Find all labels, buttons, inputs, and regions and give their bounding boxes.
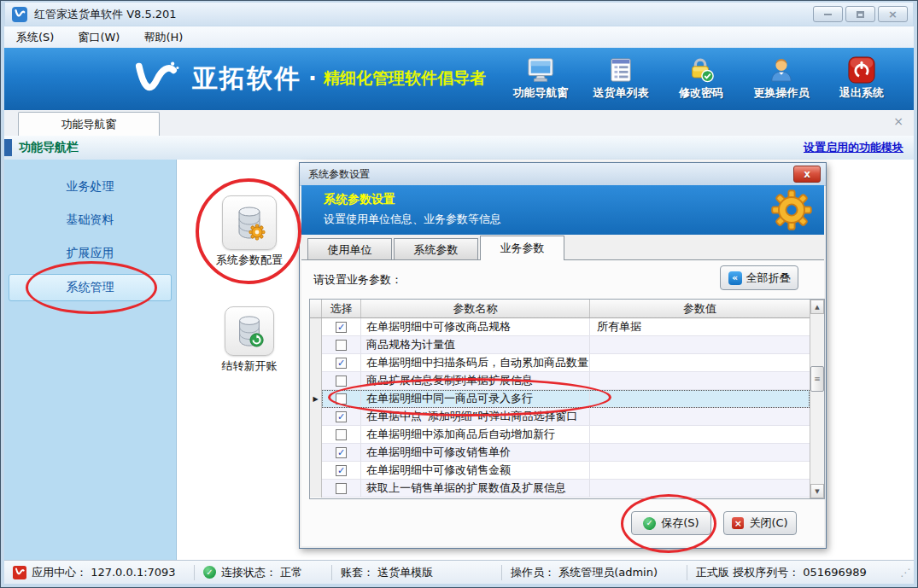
collapse-all-button[interactable]: « 全部折叠 <box>720 265 798 290</box>
arrow-down-icon: ▼ <box>815 488 819 495</box>
status-connection: ✓ 连接状态： 正常 <box>195 565 332 580</box>
sidebar-item-system-management[interactable]: 系统管理 <box>9 274 172 301</box>
brand-dot: · <box>308 66 317 91</box>
toolbar-switch-operator[interactable]: 更换操作员 <box>741 55 822 101</box>
row-selector-cell <box>310 444 322 462</box>
param-row[interactable]: ✓在单据明细中可修改销售金额 <box>310 462 810 480</box>
param-row[interactable]: ▶在单据明细中同一商品可录入多行 <box>310 390 810 408</box>
close-icon: × <box>888 9 898 20</box>
checkbox-checked[interactable]: ✓ <box>336 322 347 333</box>
checkbox-checked[interactable]: ✓ <box>336 447 347 458</box>
params-table-header: 选择 参数名称 参数值 <box>310 300 810 318</box>
tab-business-params[interactable]: 业务参数 <box>480 236 564 260</box>
toolbar-delivery-list[interactable]: 送货单列表 <box>581 55 661 101</box>
checkbox-unchecked[interactable] <box>336 483 347 494</box>
sidebar-item-basedata[interactable]: 基础资料 <box>9 207 171 233</box>
status-operator: 操作员： 系统管理员(admin) <box>502 565 687 580</box>
param-row[interactable]: 商品扩展信息复制到单据扩展信息 <box>310 372 810 390</box>
minimize-button[interactable] <box>813 6 843 22</box>
app-window: 红管家送货单软件 V8.5.201 × 系统(S) 窗口(W) 帮助(H) 亚拓… <box>0 0 918 588</box>
sidebar-item-extension[interactable]: 扩展应用 <box>9 241 171 266</box>
menu-help[interactable]: 帮助(H) <box>132 30 195 45</box>
param-value <box>590 426 810 443</box>
yatuo-logo-icon <box>131 58 180 99</box>
toolbar-change-password[interactable]: 修改密码 <box>661 55 741 101</box>
param-value <box>590 408 810 425</box>
param-value <box>590 390 810 407</box>
status-app-center: 应用中心： 127.0.0.1:7093 <box>4 565 195 580</box>
param-row[interactable]: 商品规格为计量值 <box>310 336 810 354</box>
minimize-icon <box>824 14 832 15</box>
list-icon <box>608 55 634 84</box>
operator-icon <box>769 55 794 84</box>
checkbox-unchecked[interactable] <box>336 429 347 440</box>
param-row[interactable]: 获取上一销售单据的扩展数值及扩展信息 <box>310 480 810 498</box>
status-bar: 应用中心： 127.0.0.1:7093 ✓ 连接状态： 正常 账套： 送货单模… <box>4 560 914 584</box>
checkbox-unchecked[interactable] <box>336 393 347 405</box>
row-selector-cell <box>310 408 322 426</box>
col-header-select: 选择 <box>322 300 361 317</box>
param-name: 在单据明细中可修改销售金额 <box>361 462 590 479</box>
brand-area: 亚拓软件 · 精细化管理软件倡导者 <box>131 58 486 99</box>
toolbar-exit-system[interactable]: 退出系统 <box>822 55 902 101</box>
params-table-body: ✓在单据明细中可修改商品规格所有单据商品规格为计量值✓在单据明细中扫描条码后，自… <box>310 318 810 498</box>
app-logo-icon <box>12 7 27 22</box>
param-row[interactable]: ✓在单据明细中可修改商品规格所有单据 <box>310 318 810 336</box>
param-name: 在单据明细中扫描条码后，自动累加商品数量 <box>361 354 590 371</box>
param-name: 商品规格为计量值 <box>361 336 590 353</box>
dialog-close-button[interactable]: x <box>793 166 821 183</box>
dialog-title: 系统参数设置 <box>308 167 370 182</box>
module-settings-link[interactable]: 设置启用的功能模块 <box>804 140 903 155</box>
checkbox-checked[interactable]: ✓ <box>336 411 347 422</box>
dialog-tabs: 使用单位 系统参数 业务参数 <box>307 236 566 260</box>
params-table: 选择 参数名称 参数值 ✓在单据明细中可修改商品规格所有单据商品规格为计量值✓在… <box>309 299 825 499</box>
param-name: 在单据明细中可修改销售单价 <box>361 444 590 461</box>
param-row[interactable]: 在单据明细中添加商品后自动增加新行 <box>310 426 810 444</box>
grip-icon: ≡ <box>814 375 821 383</box>
shortcut-carry-forward[interactable]: 结转新开账 <box>202 306 296 374</box>
toolbar-nav-window[interactable]: 功能导航窗 <box>500 55 581 101</box>
tab-system-params[interactable]: 系统参数 <box>394 238 478 260</box>
tab-company-info[interactable]: 使用单位 <box>307 238 392 260</box>
row-pointer-icon: ▶ <box>310 390 322 408</box>
checkbox-unchecked[interactable] <box>336 376 347 387</box>
param-value <box>590 354 810 371</box>
sidebar-item-business[interactable]: 业务处理 <box>9 174 171 200</box>
tabstrip-close-icon[interactable]: × <box>893 115 903 127</box>
checkbox-checked[interactable]: ✓ <box>336 358 347 369</box>
close-dialog-button[interactable]: × 关闭(C) <box>723 511 797 535</box>
shortcut-system-params[interactable]: 系统参数配置 <box>202 195 296 268</box>
checkbox-unchecked[interactable] <box>336 340 347 351</box>
close-x-icon: × <box>732 517 744 529</box>
checkbox-checked[interactable]: ✓ <box>336 465 347 476</box>
close-button[interactable]: × <box>878 6 908 22</box>
row-selector-cell <box>310 354 322 372</box>
save-button[interactable]: ✓ 保存(S) <box>631 511 711 535</box>
param-row[interactable]: ✓在单据明细中可修改销售单价 <box>310 444 810 462</box>
resize-grip-icon[interactable]: ⋰ <box>900 567 910 579</box>
vertical-scrollbar[interactable]: ▲ ≡ ▼ <box>810 300 824 498</box>
scroll-down-button[interactable]: ▼ <box>810 484 824 498</box>
menu-window[interactable]: 窗口(W) <box>66 30 132 45</box>
dialog-titlebar: 系统参数设置 x <box>300 163 826 186</box>
param-row[interactable]: ✓在单据明细中扫描条码后，自动累加商品数量 <box>310 354 810 372</box>
param-value: 所有单据 <box>590 318 810 335</box>
menu-bar: 系统(S) 窗口(W) 帮助(H) <box>4 26 914 49</box>
param-value <box>590 444 810 461</box>
maximize-button[interactable] <box>845 6 875 22</box>
nav-header: 功能导航栏 设置启用的功能模块 <box>4 136 914 160</box>
scroll-up-button[interactable]: ▲ <box>810 300 824 314</box>
param-row[interactable]: ✓在单据中点“添加明细”时弹出商品选择窗口 <box>310 408 810 426</box>
scrollbar-thumb[interactable]: ≡ <box>810 366 824 392</box>
param-value <box>590 336 810 353</box>
row-selector-cell <box>310 372 322 390</box>
tab-nav-window[interactable]: 功能导航窗 <box>18 112 160 137</box>
check-icon: ✓ <box>643 517 656 530</box>
title-bar: 红管家送货单软件 V8.5.201 × <box>5 3 913 26</box>
business-params-page: 请设置业务参数： « 全部折叠 选择 参数名称 参数值 ✓在单据明细中可修改商品… <box>301 259 824 546</box>
param-value <box>590 372 810 389</box>
menu-system[interactable]: 系统(S) <box>4 30 66 45</box>
database-gear-icon <box>232 204 266 242</box>
nav-title: 功能导航栏 <box>19 140 79 155</box>
row-selector-cell <box>310 336 322 354</box>
